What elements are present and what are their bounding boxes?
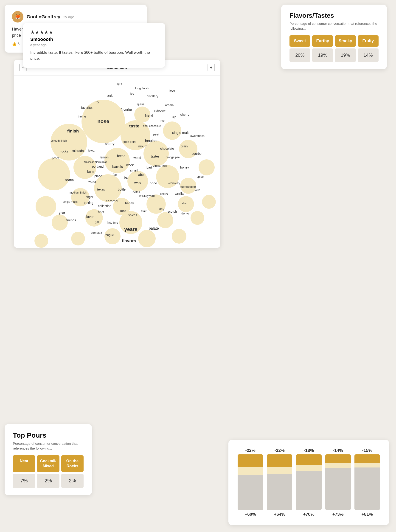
word-whiskey-vault: whiskey vault xyxy=(139,194,155,198)
word-honey: honey xyxy=(180,166,189,169)
flavors-subtitle: Percentage of consumer conversation that… xyxy=(290,21,379,31)
word-iowa: iowa xyxy=(88,149,95,152)
bar-top-0 xyxy=(238,454,263,467)
flavors-card: Flavors/Tastes Percentage of consumer co… xyxy=(281,5,387,69)
word-finger: finger xyxy=(86,195,93,199)
bar-negative-label-3: -14% xyxy=(333,448,343,453)
word-flavors: flavors xyxy=(122,238,136,243)
word-gift: gift xyxy=(95,220,99,224)
word-bubble xyxy=(138,230,156,247)
word-light: light xyxy=(117,82,122,85)
word-butterscotch: butterscotch xyxy=(180,185,196,188)
word-nose: nose xyxy=(97,118,109,124)
word-spice: spice xyxy=(197,175,204,178)
word-bourbon: bourbon xyxy=(145,139,159,143)
bar-column-4: -15%+81% xyxy=(355,448,380,517)
word-bubble xyxy=(198,159,215,175)
word-work: work xyxy=(134,181,141,185)
bar-stack-3 xyxy=(325,454,351,510)
bar-top-3 xyxy=(325,454,351,463)
word-flavor: flavor xyxy=(85,215,94,219)
word-orange-pee.: orange pee. xyxy=(166,156,181,159)
word-try: try xyxy=(96,100,99,104)
word-water: water xyxy=(88,180,96,183)
word-mouth: mouth xyxy=(138,144,147,148)
review-title: Smooooth xyxy=(30,37,158,42)
flavor-header-sweet: Sweet xyxy=(290,35,310,47)
word-tasting: tasting xyxy=(84,201,93,205)
pours-grid: Neat Cocktail/Mixed On the Rocks 7% 2% 2… xyxy=(13,455,84,488)
word-bourbon: bourbon xyxy=(192,152,203,155)
wordcloud-card: - Sentiment + lightlong finishiceoakdist… xyxy=(14,60,220,248)
word-ice: ice xyxy=(130,92,134,95)
bar-column-3: -14%+73% xyxy=(325,448,351,517)
word-medium-finish: medium finish xyxy=(70,191,87,194)
pour-value-neat: 7% xyxy=(13,474,35,488)
word-wood: wood xyxy=(133,156,141,160)
word-tastes: tastes xyxy=(151,155,159,158)
word-friend: friend xyxy=(145,114,153,117)
word-american-single-malt: american single malt xyxy=(84,160,107,163)
word-favorites: favorites xyxy=(81,106,93,110)
word-label: label xyxy=(138,173,144,176)
pour-header-neat: Neat xyxy=(13,455,35,472)
word-malt: malt xyxy=(120,209,126,213)
word-bubble xyxy=(35,196,56,217)
bar-mid-4 xyxy=(355,463,380,468)
word-barley: barley xyxy=(125,201,134,205)
word-smell: smell xyxy=(130,168,138,172)
word-friends: friends xyxy=(66,218,76,222)
word-day: day xyxy=(159,207,164,211)
top-pours-subtitle: Percentage of consumer conversation that… xyxy=(13,441,84,451)
word-denver: denver xyxy=(181,212,191,215)
bar-bottom-0 xyxy=(238,475,263,510)
bar-mid-2 xyxy=(296,465,321,471)
word-bubble xyxy=(105,148,130,173)
word-bubble xyxy=(35,234,48,248)
bar-positive-label-3: +73% xyxy=(332,512,344,517)
word-bubble xyxy=(179,140,198,158)
word-dark-chocolate: dark chocolate xyxy=(143,124,161,128)
word-abv: abv xyxy=(182,202,187,205)
bar-negative-label-2: -18% xyxy=(304,448,314,453)
flavors-grid: Sweet Earthy Smoky Fruity 20% 19% 19% 14… xyxy=(290,35,379,62)
word-year: year xyxy=(59,211,65,215)
word-bar: bar xyxy=(124,176,128,179)
word-single-malt: single malt xyxy=(172,131,189,134)
sentiment-plus-btn[interactable]: + xyxy=(208,64,215,71)
bar-bottom-4 xyxy=(355,468,380,510)
bar-column-1: -22%+64% xyxy=(267,448,292,517)
flavor-value-sweet: 20% xyxy=(290,48,310,62)
word-favorite: favorite xyxy=(121,108,132,111)
bar-top-1 xyxy=(267,454,292,467)
word-spices: spices xyxy=(128,213,137,217)
bar-column-2: -18%+70% xyxy=(296,448,321,517)
stars: ★★★★★ xyxy=(30,29,158,35)
word-wife: wife xyxy=(195,188,200,192)
word-bubble xyxy=(202,195,216,209)
word-caramel: caramel xyxy=(106,199,118,203)
top-pours-title: Top Pours xyxy=(13,432,84,439)
flavors-title: Flavors/Tastes xyxy=(290,12,379,19)
word-bubble xyxy=(52,214,68,231)
pour-header-cocktail: Cocktail/Mixed xyxy=(37,455,59,472)
word-peat: peat xyxy=(153,133,159,136)
bar-positive-label-4: +81% xyxy=(361,512,373,517)
word-barrels: barrels xyxy=(112,165,123,169)
flavor-header-earthy: Earthy xyxy=(312,35,333,47)
pour-value-rocks: 2% xyxy=(61,474,84,488)
word-bubble xyxy=(144,141,169,166)
pour-value-cocktail: 2% xyxy=(37,474,59,488)
word-single-malts: single malts xyxy=(63,200,77,204)
word-rye: rye xyxy=(160,119,165,122)
word-glass: glass xyxy=(137,102,145,106)
flavor-value-earthy: 19% xyxy=(312,48,333,62)
word-proof: proof xyxy=(52,156,59,160)
word-whiskey: whiskey xyxy=(168,181,180,185)
bar-positive-label-2: +70% xyxy=(303,512,314,517)
review-card-2: ★★★★★ Smooooth a year ago Incredible tas… xyxy=(23,23,165,68)
username-1: GoofinGeoffrey xyxy=(27,14,60,19)
word-first-time: first time xyxy=(107,221,118,224)
word-bart: bart xyxy=(146,166,152,169)
flavor-header-fruity: Fruity xyxy=(358,35,379,47)
